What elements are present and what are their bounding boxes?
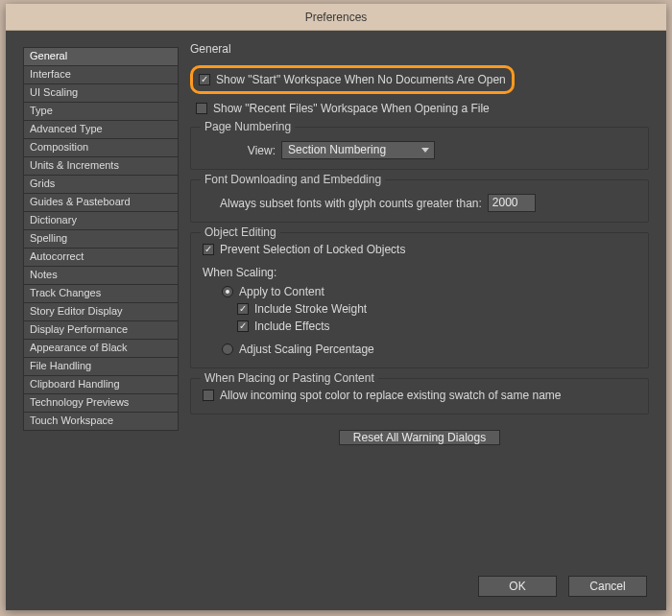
include-effects-row[interactable]: Include Effects [237, 318, 636, 335]
sidebar-item-notes[interactable]: Notes [24, 267, 178, 285]
show-recent-label: Show "Recent Files" Workspace When Openi… [213, 102, 490, 115]
show-start-checkbox[interactable] [199, 74, 210, 85]
subset-value: 2000 [492, 196, 518, 209]
include-stroke-row[interactable]: Include Stroke Weight [237, 300, 636, 318]
include-effects-checkbox[interactable] [237, 320, 249, 332]
preferences-window: Preferences GeneralInterfaceUI ScalingTy… [6, 4, 666, 610]
object-editing-group: Object Editing Prevent Selection of Lock… [190, 232, 649, 368]
apply-to-content-label: Apply to Content [239, 285, 324, 298]
show-recent-checkbox[interactable] [196, 103, 207, 114]
sidebar-item-ui-scaling[interactable]: UI Scaling [24, 84, 178, 103]
adjust-scaling-radio[interactable] [222, 344, 233, 355]
sidebar-item-story-editor-display[interactable]: Story Editor Display [24, 303, 178, 321]
sidebar-item-grids[interactable]: Grids [24, 176, 178, 194]
show-start-highlight: Show "Start" Workspace When No Documents… [190, 65, 515, 94]
placing-pasting-group: When Placing or Pasting Content Allow in… [190, 378, 649, 415]
sidebar-item-dictionary[interactable]: Dictionary [24, 212, 178, 230]
prevent-selection-row[interactable]: Prevent Selection of Locked Objects [203, 241, 636, 258]
main-panel: General Show "Start" Workspace When No D… [190, 42, 649, 560]
content-area: GeneralInterfaceUI ScalingTypeAdvanced T… [6, 31, 666, 610]
sidebar-item-file-handling[interactable]: File Handling [24, 358, 178, 376]
page-numbering-legend: Page Numbering [201, 120, 295, 133]
titlebar: Preferences [6, 4, 666, 31]
sidebar-item-appearance-of-black[interactable]: Appearance of Black [24, 340, 178, 358]
dialog-footer: OK Cancel [478, 576, 647, 597]
allow-swatch-checkbox[interactable] [203, 390, 214, 401]
show-recent-row[interactable]: Show "Recent Files" Workspace When Openi… [196, 100, 649, 117]
placing-pasting-legend: When Placing or Pasting Content [201, 371, 378, 385]
sidebar-item-display-performance[interactable]: Display Performance [24, 321, 178, 340]
prevent-selection-checkbox[interactable] [203, 244, 214, 255]
include-stroke-checkbox[interactable] [237, 303, 249, 315]
allow-swatch-row[interactable]: Allow incoming spot color to replace exi… [203, 387, 636, 404]
sidebar-item-type[interactable]: Type [24, 103, 178, 121]
adjust-scaling-row[interactable]: Adjust Scaling Percentage [222, 341, 636, 358]
view-select[interactable]: Section Numbering [281, 141, 435, 159]
subset-input[interactable]: 2000 [488, 194, 536, 212]
show-start-label: Show "Start" Workspace When No Documents… [216, 73, 506, 86]
include-stroke-label: Include Stroke Weight [254, 302, 367, 316]
sidebar-item-touch-workspace[interactable]: Touch Workspace [24, 413, 178, 430]
sidebar-item-spelling[interactable]: Spelling [24, 230, 178, 249]
allow-swatch-label: Allow incoming spot color to replace exi… [220, 389, 562, 402]
apply-to-content-row[interactable]: Apply to Content [222, 283, 636, 300]
page-numbering-group: Page Numbering View: Section Numbering [190, 127, 649, 170]
reset-row: Reset All Warning Dialogs [190, 428, 649, 447]
sidebar-item-technology-previews[interactable]: Technology Previews [24, 394, 178, 413]
show-start-row[interactable]: Show "Start" Workspace When No Documents… [199, 71, 506, 88]
panel-heading: General [190, 42, 649, 56]
sidebar-item-track-changes[interactable]: Track Changes [24, 285, 178, 303]
reset-warnings-button[interactable]: Reset All Warning Dialogs [339, 430, 500, 445]
sidebar-item-advanced-type[interactable]: Advanced Type [24, 121, 178, 139]
adjust-scaling-label: Adjust Scaling Percentage [239, 343, 374, 356]
sidebar-item-clipboard-handling[interactable]: Clipboard Handling [24, 376, 178, 394]
cancel-button[interactable]: Cancel [568, 576, 647, 597]
sidebar-item-autocorrect[interactable]: Autocorrect [24, 249, 178, 267]
include-effects-label: Include Effects [254, 320, 330, 333]
apply-to-content-radio[interactable] [222, 286, 233, 297]
prevent-selection-label: Prevent Selection of Locked Objects [220, 243, 405, 256]
category-sidebar: GeneralInterfaceUI ScalingTypeAdvanced T… [23, 47, 179, 431]
when-scaling-label: When Scaling: [203, 266, 636, 279]
view-label: View: [241, 144, 276, 157]
sidebar-item-composition[interactable]: Composition [24, 139, 178, 157]
subset-label: Always subset fonts with glyph counts gr… [220, 197, 482, 210]
font-downloading-group: Font Downloading and Embedding Always su… [190, 179, 649, 223]
object-editing-legend: Object Editing [201, 225, 280, 239]
ok-button[interactable]: OK [478, 576, 557, 597]
sidebar-item-interface[interactable]: Interface [24, 66, 178, 84]
sidebar-item-general[interactable]: General [24, 48, 178, 66]
window-title: Preferences [305, 11, 368, 24]
font-downloading-legend: Font Downloading and Embedding [201, 173, 385, 186]
sidebar-item-guides-pasteboard[interactable]: Guides & Pasteboard [24, 194, 178, 212]
sidebar-item-units-increments[interactable]: Units & Increments [24, 157, 178, 176]
view-select-value: Section Numbering [288, 143, 386, 156]
